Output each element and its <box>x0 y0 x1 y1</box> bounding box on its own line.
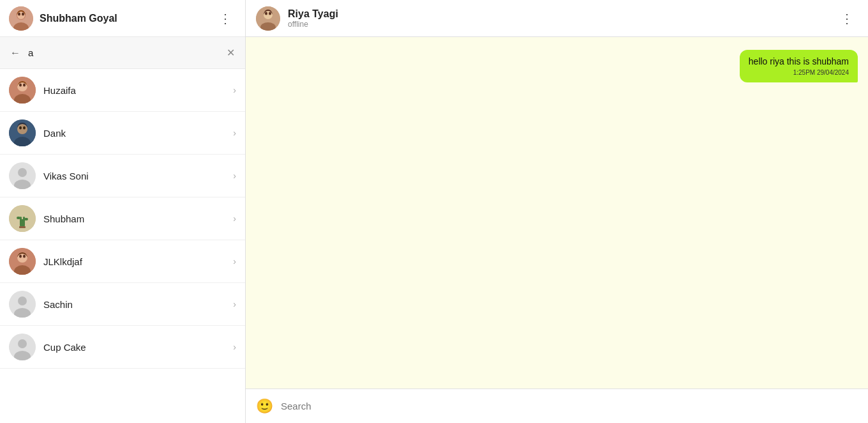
svg-rect-24 <box>23 217 25 222</box>
contact-name-shubham: Shubham <box>43 213 225 224</box>
svg-point-8 <box>19 84 22 87</box>
svg-point-28 <box>19 255 22 258</box>
chat-input-bar: 🙂 <box>246 388 868 423</box>
chat-area: Riya Tyagi offline ⋮ hello riya this is … <box>246 0 868 423</box>
contact-name-sachin: Sachin <box>43 299 225 310</box>
svg-point-17 <box>18 168 27 177</box>
chat-contact-name: Riya Tyagi <box>288 8 829 20</box>
search-bar: ← ✕ <box>0 37 245 69</box>
svg-point-12 <box>17 124 27 134</box>
contact-name-jlklkdjaf: JLKlkdjaf <box>43 256 225 267</box>
contact-avatar-huzaifa <box>9 77 36 104</box>
contact-chevron-sachin: › <box>233 299 236 309</box>
chat-contact-avatar <box>256 6 280 31</box>
contact-chevron-dank: › <box>233 128 236 138</box>
svg-point-5 <box>22 12 24 15</box>
svg-point-39 <box>265 12 267 15</box>
contact-item-huzaifa[interactable]: Huzaifa › <box>0 69 245 112</box>
sidebar: Shubham Goyal ⋮ ← ✕ Huzaifa › <box>0 0 246 423</box>
chat-menu-button[interactable]: ⋮ <box>837 8 858 29</box>
contact-name-huzaifa: Huzaifa <box>43 85 225 96</box>
sidebar-header: Shubham Goyal ⋮ <box>0 0 245 37</box>
current-user-name: Shubham Goyal <box>40 13 215 24</box>
contact-avatar-dank <box>9 119 36 146</box>
contacts-list: Huzaifa › Dank › <box>0 69 245 423</box>
contact-item-dank[interactable]: Dank › <box>0 112 245 155</box>
current-user-avatar <box>9 6 33 31</box>
contact-name-cupcake: Cup Cake <box>43 342 225 353</box>
svg-rect-25 <box>19 226 26 228</box>
contact-name-dank: Dank <box>43 128 225 139</box>
message-time-msg1: 1:25PM 29/04/2024 <box>749 69 849 76</box>
contact-avatar-vikas-soni <box>9 162 36 189</box>
emoji-button[interactable]: 🙂 <box>255 397 274 416</box>
svg-point-3 <box>17 12 25 19</box>
contact-item-vikas-soni[interactable]: Vikas Soni › <box>0 155 245 197</box>
message-bubble-msg1: hello riya this is shubham 1:25PM 29/04/… <box>740 50 858 82</box>
message-input[interactable] <box>281 401 859 411</box>
contact-item-cupcake[interactable]: Cup Cake › <box>0 326 245 369</box>
contact-chevron-jlklkdjaf: › <box>233 256 236 266</box>
svg-point-13 <box>19 127 22 130</box>
contact-avatar-sachin <box>9 291 36 318</box>
svg-rect-22 <box>20 217 22 222</box>
chat-messages: hello riya this is shubham 1:25PM 29/04/… <box>246 37 868 388</box>
contact-chevron-cupcake: › <box>233 342 236 352</box>
svg-point-9 <box>23 84 26 87</box>
svg-point-14 <box>23 127 26 130</box>
chat-header-info: Riya Tyagi offline <box>288 8 829 29</box>
sidebar-menu-button[interactable]: ⋮ <box>215 10 236 27</box>
search-input[interactable] <box>28 47 219 58</box>
contact-item-jlklkdjaf[interactable]: JLKlkdjaf › <box>0 240 245 283</box>
chat-header: Riya Tyagi offline ⋮ <box>246 0 868 37</box>
contact-item-sachin[interactable]: Sachin › <box>0 283 245 326</box>
contact-chevron-shubham: › <box>233 213 236 224</box>
contact-avatar-shubham <box>9 205 36 232</box>
back-button[interactable]: ← <box>8 46 23 60</box>
contact-item-shubham[interactable]: Shubham › <box>0 197 245 240</box>
svg-point-35 <box>18 339 27 348</box>
svg-point-29 <box>23 255 26 258</box>
svg-point-40 <box>269 12 271 15</box>
message-text-msg1: hello riya this is shubham <box>749 56 849 66</box>
svg-point-4 <box>18 12 20 15</box>
contact-chevron-huzaifa: › <box>233 85 236 95</box>
contact-avatar-cupcake <box>9 334 36 360</box>
contact-name-vikas-soni: Vikas Soni <box>43 171 225 181</box>
message-wrapper-msg1: hello riya this is shubham 1:25PM 29/04/… <box>256 50 858 82</box>
contact-chevron-vikas-soni: › <box>233 171 236 181</box>
contact-avatar-jlklkdjaf <box>9 248 36 275</box>
svg-point-32 <box>18 296 27 305</box>
clear-search-button[interactable]: ✕ <box>224 45 237 60</box>
chat-contact-status: offline <box>288 20 829 29</box>
